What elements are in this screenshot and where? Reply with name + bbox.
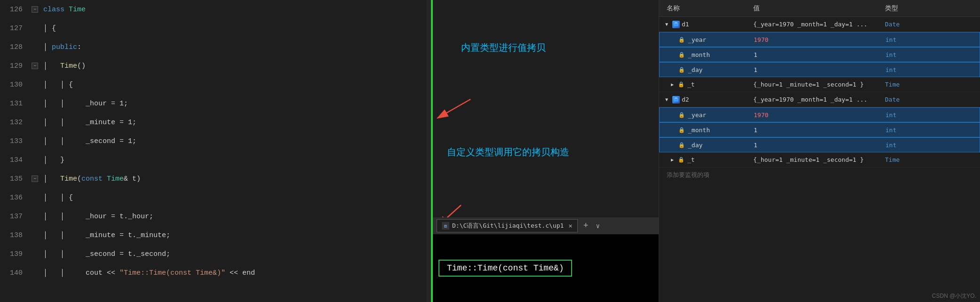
code-line-131: 131 │ │ _hour = 1; — [0, 94, 433, 113]
terminal-tab[interactable]: ⊞ D:\C语言\Git\lijiaqi\test.c\up1 × — [437, 219, 578, 232]
line-number: 133 — [0, 137, 28, 145]
watch-row-d1[interactable]: ▼ d1 {_year=1970 _month=1 _day=1 ... Dat… — [659, 17, 980, 32]
watch-type-d2-day: int — [885, 142, 980, 149]
line-content: │ } — [41, 156, 433, 164]
code-line-127: 127 │ { — [0, 19, 433, 38]
var-name-d1: d1 — [682, 21, 689, 28]
var-name-d2-t: _t — [687, 156, 695, 163]
code-line-133: 133 │ │ _second = 1; — [0, 132, 433, 151]
code-line-132: 132 │ │ _minute = 1; — [0, 113, 433, 132]
watch-row-d2-month[interactable]: ▶ 🔒 _month 1 int — [659, 122, 980, 137]
lock-icon-d1-month: 🔒 — [678, 52, 685, 58]
var-name-d1-day: _day — [688, 66, 702, 73]
lock-icon-d2-t: 🔒 — [678, 157, 685, 163]
line-number: 132 — [0, 119, 28, 127]
var-name-d1-month: _month — [688, 51, 710, 58]
code-lines: 126 − class Time 127 │ { 128 │ public: 1… — [0, 0, 433, 282]
line-content: │ public: — [41, 43, 433, 51]
terminal-bar: ⊞ D:\C语言\Git\lijiaqi\test.c\up1 × + ∨ Ti… — [433, 217, 659, 302]
code-line-140: 140 │ │ cout << "Time::Time(const Time&)… — [0, 263, 433, 282]
watch-row-d1-t[interactable]: ▶ 🔒 _t {_hour=1 _minute=1 _second=1 } Ti… — [659, 77, 980, 92]
watch-row-d2-t[interactable]: ▶ 🔒 _t {_hour=1 _minute=1 _second=1 } Ti… — [659, 152, 980, 167]
var-name-d2: d2 — [682, 96, 689, 103]
line-number: 140 — [0, 269, 28, 277]
watch-type-d1-t: Time — [885, 81, 980, 88]
watch-name-d2-month: ▶ 🔒 _month — [660, 126, 754, 134]
watch-row-d2[interactable]: ▼ d2 {_year=1970 _month=1 _day=1 ... Dat… — [659, 92, 980, 107]
line-number: 128 — [0, 43, 28, 51]
code-line-130: 130 │ │ { — [0, 75, 433, 94]
terminal-content: Time::Time(const Time&) — [433, 234, 659, 302]
watch-add-row[interactable]: 添加要监视的项 — [659, 167, 980, 183]
lock-icon-d1-year: 🔒 — [678, 37, 685, 43]
line-number: 139 — [0, 250, 28, 258]
expand-d1-month: ▶ — [669, 51, 677, 58]
lock-icon-d1-t: 🔒 — [678, 81, 685, 87]
var-name-d1-year: _year — [688, 36, 706, 43]
expand-d2-t[interactable]: ▶ — [669, 156, 676, 164]
line-gutter[interactable]: − — [28, 175, 41, 182]
expand-d2-day: ▶ — [669, 141, 677, 149]
expand-d1-t[interactable]: ▶ — [669, 81, 676, 88]
line-number: 126 — [0, 6, 28, 14]
line-number: 136 — [0, 194, 28, 202]
collapse-btn[interactable]: − — [32, 63, 38, 69]
watch-type-d2-month: int — [885, 127, 980, 134]
watch-type-d2: Date — [885, 96, 980, 103]
watch-val-d2-t: {_hour=1 _minute=1 _second=1 } — [753, 156, 885, 163]
svg-rect-6 — [674, 98, 678, 102]
lock-icon-d2-year: 🔒 — [678, 112, 685, 118]
expand-d2[interactable]: ▼ — [663, 96, 670, 103]
watch-val-d2: {_year=1970 _month=1 _day=1 ... — [753, 96, 885, 103]
line-number: 134 — [0, 156, 28, 164]
watch-row-d2-year[interactable]: ▶ 🔒 _year 1970 int — [659, 107, 980, 122]
svg-rect-7 — [675, 97, 677, 99]
svg-rect-4 — [674, 23, 678, 26]
expand-d2-year: ▶ — [669, 111, 677, 119]
code-editor: 126 − class Time 127 │ { 128 │ public: 1… — [0, 0, 433, 302]
watch-name-d1-day: ▶ 🔒 _day — [660, 66, 754, 73]
line-content: │ │ _hour = t._hour; — [41, 213, 433, 221]
watch-val-d1-year: 1970 — [754, 36, 885, 43]
line-content: │ │ _minute = 1; — [41, 119, 433, 127]
code-line-135: 135 − │ Time(const Time& t) — [0, 169, 433, 188]
terminal-close-btn[interactable]: × — [568, 222, 572, 230]
code-line-136: 136 │ │ { — [0, 188, 433, 207]
watch-type-d1: Date — [885, 21, 980, 28]
watch-header: 名称 值 类型 — [659, 0, 980, 17]
watch-name-d1-t: ▶ 🔒 _t — [659, 81, 753, 88]
line-content: │ │ _minute = t._minute; — [41, 231, 433, 239]
terminal-tab-row: ⊞ D:\C语言\Git\lijiaqi\test.c\up1 × + ∨ — [433, 217, 659, 234]
watch-row-d1-day[interactable]: ▶ 🔒 _day 1 int — [659, 62, 980, 77]
watch-val-d2-year: 1970 — [754, 111, 885, 119]
line-content: │ { — [41, 24, 433, 32]
collapse-btn[interactable]: − — [32, 6, 38, 13]
watch-row-d1-month[interactable]: ▶ 🔒 _month 1 int — [659, 47, 980, 62]
line-content: │ │ _second = t._second; — [41, 250, 433, 258]
expand-d1-day: ▶ — [669, 66, 677, 73]
watch-type-d1-year: int — [885, 36, 980, 43]
var-name-d2-day: _day — [688, 142, 702, 149]
scrollbar[interactable] — [426, 0, 433, 302]
collapse-btn[interactable]: − — [32, 175, 38, 182]
watch-col-value-header: 值 — [753, 4, 885, 13]
watch-val-d1-t: {_hour=1 _minute=1 _second=1 } — [753, 81, 885, 88]
watch-row-d1-year[interactable]: ▶ 🔒 _year 1970 int — [659, 32, 980, 47]
terminal-add-btn[interactable]: + — [580, 221, 592, 230]
line-number: 130 — [0, 81, 28, 89]
annotation-text-2: 自定义类型调用它的拷贝构造 — [447, 146, 569, 159]
terminal-chevron-btn[interactable]: ∨ — [594, 222, 602, 230]
line-content: │ │ { — [41, 81, 433, 89]
line-gutter[interactable]: − — [28, 63, 41, 69]
code-line-137: 137 │ │ _hour = t._hour; — [0, 207, 433, 226]
watch-row-d2-day[interactable]: ▶ 🔒 _day 1 int — [659, 137, 980, 152]
line-gutter[interactable]: − — [28, 6, 41, 13]
expand-d1[interactable]: ▼ — [663, 21, 670, 28]
watch-name-d2-year: ▶ 🔒 _year — [660, 111, 754, 119]
watch-name-d2-t: ▶ 🔒 _t — [659, 156, 753, 164]
watch-name-d1-year: ▶ 🔒 _year — [660, 36, 754, 43]
code-line-134: 134 │ } — [0, 151, 433, 169]
annotation-panel: 内置类型进行值拷贝 自定义类型调用它的拷贝构造 ⊞ D:\C语言\Git\lij… — [433, 0, 659, 302]
watch-type-d1-month: int — [885, 51, 980, 58]
watch-val-d2-day: 1 — [754, 142, 885, 149]
